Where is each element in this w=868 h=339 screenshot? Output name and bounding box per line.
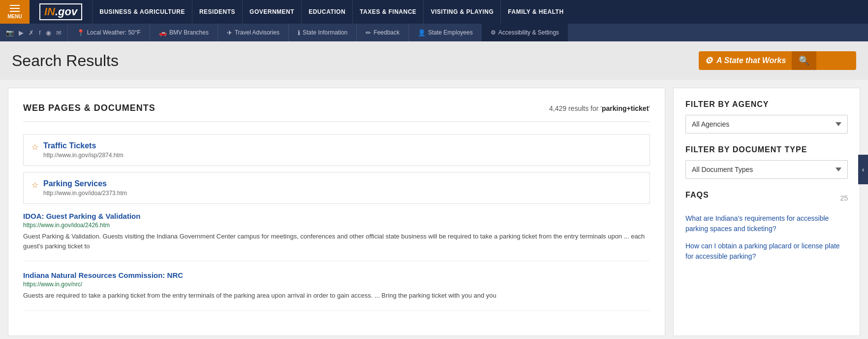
travel-link[interactable]: ✈ Travel Advisories (217, 24, 288, 41)
faq-link-1[interactable]: How can I obtain a parking placard or li… (685, 241, 848, 262)
state-employees-label: State Employees (428, 29, 473, 36)
info-icon: ℹ (298, 29, 300, 36)
feedback-link[interactable]: ✏ Feedback (356, 24, 408, 41)
result-card-inner-1: ☆ Parking Services http://www.in.gov/ido… (31, 179, 642, 197)
result-title-0[interactable]: Traffic Tickets (43, 141, 96, 150)
state-info-label: State Information (303, 29, 347, 36)
plain-result-desc-1: Guests are required to take a parking ti… (23, 291, 650, 301)
nav-residents[interactable]: RESIDENTS (192, 0, 242, 24)
feedback-label: Feedback (373, 29, 400, 36)
state-info-link[interactable]: ℹ State Information (288, 24, 356, 41)
nav-family[interactable]: FAMILY & HEALTH (500, 0, 570, 24)
result-url-0: http://www.in.gov/isp/2874.htm (43, 152, 124, 159)
logo-text: IN.gov (39, 3, 82, 20)
nav-taxes[interactable]: TAXES & FINANCE (352, 0, 423, 24)
employees-icon: 👤 (418, 29, 426, 36)
menu-label: MENU (7, 14, 22, 19)
state-employees-link[interactable]: 👤 State Employees (408, 24, 482, 41)
plain-result-title-1[interactable]: Indiana Natural Resources Commission: NR… (23, 271, 650, 279)
menu-bar-1 (10, 5, 20, 6)
star-icon-0[interactable]: ☆ (31, 142, 38, 152)
results-section-title: WEB PAGES & DOCUMENTS (23, 103, 155, 113)
search-brand: ⚙ A State that Works (699, 51, 792, 70)
plain-result-0: IDOA: Guest Parking & Validation https:/… (23, 212, 650, 261)
results-count-number: 4,429 results for 'parking+ticket' (549, 104, 650, 112)
twitter-icon[interactable]: ✗ (29, 29, 34, 36)
facebook-icon[interactable]: f (39, 29, 41, 36)
logo-gov: .gov (55, 5, 77, 18)
result-title-1[interactable]: Parking Services (43, 179, 107, 188)
menu-bar-2 (10, 8, 20, 9)
main-content: WEB PAGES & DOCUMENTS 4,429 results for … (0, 80, 868, 339)
plain-result-desc-0: Guest Parking & Validation. Guests visit… (23, 232, 650, 251)
results-panel: WEB PAGES & DOCUMENTS 4,429 results for … (8, 88, 665, 336)
filter-doctype-select[interactable]: All Document Types Web Page PDF Word Doc… (685, 160, 848, 179)
sidebar-panel: FILTER BY AGENCY All Agencies IDOA BMV D… (673, 88, 860, 336)
results-header: WEB PAGES & DOCUMENTS 4,429 results for … (23, 103, 650, 122)
result-info-1: Parking Services http://www.in.gov/idoa/… (43, 179, 127, 197)
main-nav-items: BUSINESS & AGRICULTURE RESIDENTS GOVERNM… (92, 0, 868, 24)
utility-links: 📍 Local Weather: 50°F 🚗 BMV Branches ✈ T… (67, 24, 868, 41)
faqs-count: 25 (840, 194, 848, 202)
travel-label: Travel Advisories (235, 29, 279, 36)
weather-link[interactable]: 📍 Local Weather: 50°F (67, 24, 150, 41)
bmv-link[interactable]: 🚗 BMV Branches (150, 24, 217, 41)
logo[interactable]: IN.gov (30, 3, 92, 20)
top-nav: MENU IN.gov BUSINESS & AGRICULTURE RESID… (0, 0, 868, 24)
search-box: ⚙ A State that Works 🔍 (699, 51, 856, 70)
results-count: 4,429 results for 'parking+ticket' (549, 104, 650, 112)
plain-result-url-1: https://www.in.gov/nrc/ (23, 281, 650, 288)
travel-icon: ✈ (227, 29, 232, 36)
rss-icon[interactable]: ◉ (46, 29, 51, 36)
email-icon[interactable]: ✉ (56, 29, 62, 36)
logo-in: IN (44, 5, 55, 18)
youtube-icon[interactable]: ▶ (19, 29, 24, 36)
result-card-1: ☆ Parking Services http://www.in.gov/ido… (23, 172, 650, 204)
nav-education[interactable]: EDUCATION (301, 0, 352, 24)
nav-visiting[interactable]: VISITING & PLAYING (423, 0, 500, 24)
filter-doctype-title: FILTER BY DOCUMENT TYPE (685, 145, 848, 154)
faq-link-0[interactable]: What are Indiana's requirements for acce… (685, 213, 848, 234)
accessibility-link[interactable]: ⚙ Accessibility & Settings (482, 24, 568, 41)
brand-text: A State that Works (716, 56, 786, 65)
plain-result-url-0: https://www.in.gov/idoa/2426.htm (23, 222, 650, 229)
faqs-title: FAQS (685, 191, 709, 200)
menu-button[interactable]: MENU (0, 0, 30, 24)
brand-gear-icon: ⚙ (705, 55, 713, 66)
search-button[interactable]: 🔍 (792, 51, 816, 70)
filter-agency-select[interactable]: All Agencies IDOA BMV DNR ISP (685, 115, 848, 134)
nav-government[interactable]: GOVERNMENT (242, 0, 301, 24)
bmv-label: BMV Branches (169, 29, 209, 36)
weather-label: Local Weather: 50°F (87, 29, 141, 36)
result-card-0: ☆ Traffic Tickets http://www.in.gov/isp/… (23, 134, 650, 166)
star-icon-1[interactable]: ☆ (31, 180, 38, 190)
search-header: Search Results ⚙ A State that Works 🔍 (0, 41, 868, 80)
page-title: Search Results (12, 52, 119, 70)
result-url-1: http://www.in.gov/idoa/2373.htm (43, 190, 127, 197)
plain-result-title-0[interactable]: IDOA: Guest Parking & Validation (23, 212, 650, 220)
weather-icon: 📍 (77, 29, 85, 36)
feedback-icon: ✏ (366, 29, 371, 36)
plain-result-1: Indiana Natural Resources Commission: NR… (23, 271, 650, 311)
menu-bar-3 (10, 11, 20, 12)
collapse-button[interactable]: ‹ (858, 155, 868, 184)
nav-business[interactable]: BUSINESS & AGRICULTURE (92, 0, 192, 24)
filter-agency-title: FILTER BY AGENCY (685, 100, 848, 109)
utility-bar: 📷 ▶ ✗ f ◉ ✉ 📍 Local Weather: 50°F 🚗 BMV … (0, 24, 868, 41)
result-info-0: Traffic Tickets http://www.in.gov/isp/28… (43, 141, 124, 159)
faqs-header: FAQS 25 (685, 191, 848, 205)
accessibility-icon: ⚙ (491, 29, 496, 36)
bmv-icon: 🚗 (159, 29, 167, 36)
result-card-inner-0: ☆ Traffic Tickets http://www.in.gov/isp/… (31, 141, 642, 159)
social-icons: 📷 ▶ ✗ f ◉ ✉ (0, 29, 67, 36)
instagram-icon[interactable]: 📷 (6, 29, 14, 36)
accessibility-label: Accessibility & Settings (498, 29, 559, 36)
